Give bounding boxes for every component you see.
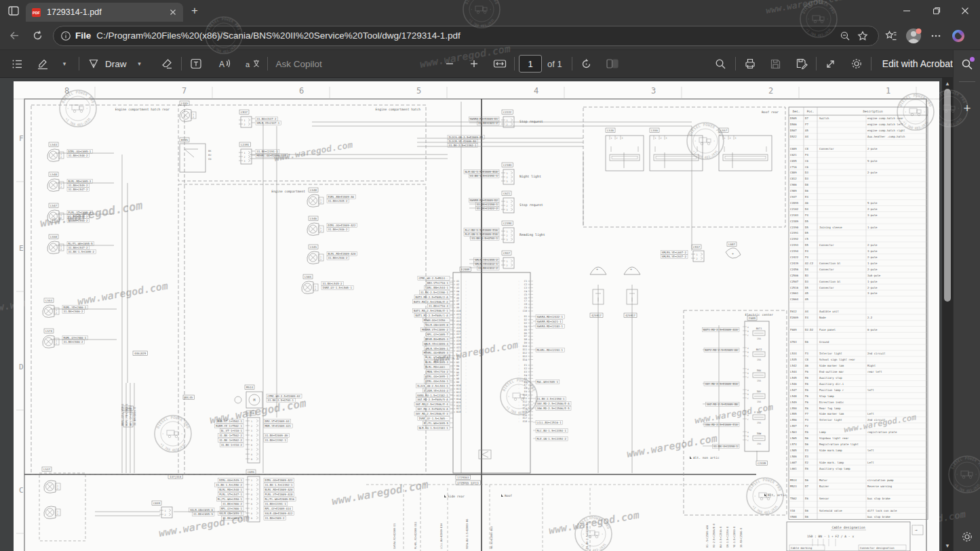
svg-text:School sign light rear: School sign light rear — [819, 358, 856, 361]
toc-icon[interactable] — [7, 54, 27, 74]
svg-text:RLRL.RD+L661--: RLRL.RD+L661-- — [425, 365, 448, 369]
svg-text:Side mark. lamp: Side mark. lamp — [819, 461, 844, 464]
svg-text:T502: T502 — [790, 497, 797, 500]
url-bar[interactable]: File C:/Program%20Files%20(x86)/Scania/B… — [53, 26, 879, 46]
svg-text:31.BK+C909-2: 31.BK+C909-2 — [265, 516, 285, 520]
sidebar-add-icon[interactable]: + — [959, 100, 975, 117]
search-icon[interactable] — [711, 54, 731, 74]
svg-text:E2009: E2009 — [790, 316, 799, 319]
svg-text:1: 1 — [251, 479, 252, 482]
tab-close-icon[interactable] — [168, 7, 178, 17]
workspaces-icon[interactable] — [5, 3, 22, 18]
collections-icon[interactable] — [881, 26, 901, 46]
svg-text:31.BK-1.5+C2392-1: 31.BK-1.5+C2392-1 — [265, 483, 294, 487]
settings-gear-icon[interactable] — [846, 54, 867, 74]
two-page-icon[interactable] — [602, 54, 623, 74]
refresh-icon[interactable] — [27, 26, 47, 46]
svg-text:L607: L607 — [728, 243, 735, 246]
svg-text:L536: L536 — [607, 129, 614, 132]
svg-text:Rear fog lamp: Rear fog lamp — [819, 407, 841, 410]
svg-text:+1 708 483-2835: +1 708 483-2835 — [902, 120, 929, 130]
erase-icon[interactable] — [157, 54, 177, 74]
svg-text:2nd circuit: 2nd circuit — [867, 352, 886, 355]
svg-text:C: C — [747, 376, 749, 379]
close-button[interactable] — [950, 0, 980, 22]
svg-text:31.BK-2.5+C2390-1: 31.BK-2.5+C2390-1 — [537, 397, 566, 401]
scrollbar-thumb[interactable] — [944, 89, 951, 302]
scroll-down-icon[interactable]: ▼ — [942, 541, 953, 550]
read-aloud-icon[interactable]: A — [214, 54, 235, 74]
translate-icon[interactable]: a — [243, 54, 263, 74]
svg-text:C2439: C2439 — [758, 462, 766, 465]
draw-dropdown-icon[interactable]: ▾ — [130, 54, 150, 74]
svg-text:Roof: Roof — [505, 494, 512, 497]
copilot-icon[interactable] — [948, 26, 968, 46]
svg-text:left: left — [867, 388, 874, 392]
minimize-button[interactable] — [892, 0, 922, 22]
zoom-in-icon[interactable] — [464, 54, 484, 74]
highlight-dropdown-icon[interactable]: ▾ — [54, 54, 75, 74]
svg-text:L607: L607 — [790, 461, 797, 464]
svg-text:B3: B3 — [456, 361, 459, 364]
ask-copilot-label[interactable]: Ask Copilot — [276, 59, 322, 69]
zoom-page-icon[interactable] — [836, 27, 854, 45]
save-as-icon[interactable] — [791, 54, 812, 74]
svg-text:NLR.OG-1.5+E2009-B18: NLR.OG-1.5+E2009-B18 — [465, 170, 498, 174]
svg-text:D14: D14 — [523, 359, 527, 361]
back-icon[interactable] — [4, 26, 24, 46]
draw-nib-icon[interactable] — [83, 54, 104, 74]
svg-text:D6: D6 — [805, 509, 808, 512]
favorite-star-icon[interactable] — [854, 27, 871, 45]
edit-with-acrobat-button[interactable]: Edit with Acrobat — [882, 58, 953, 69]
print-icon[interactable] — [740, 54, 760, 74]
svg-text:E12: E12 — [523, 401, 527, 403]
more-menu-icon[interactable] — [926, 26, 946, 46]
browser-tab[interactable]: PDF 1729314-1.pdf — [26, 3, 183, 22]
svg-text:7: 7 — [251, 508, 252, 510]
zoom-out-icon[interactable] — [439, 54, 460, 74]
page-number-input[interactable] — [519, 55, 542, 73]
svg-text:L557: L557 — [790, 424, 797, 428]
svg-text:E4: E4 — [805, 249, 808, 253]
svg-text:31.BK+C906-2: 31.BK+C906-2 — [64, 310, 83, 313]
svg-text:A19: A19 — [456, 340, 460, 342]
profile-avatar[interactable] — [903, 26, 924, 46]
svg-text:31.BK+C2390-1: 31.BK+C2390-1 — [477, 203, 498, 206]
sidebar-search-icon[interactable] — [958, 56, 976, 73]
svg-text:31.BK+L545-2: 31.BK+L545-2 — [328, 199, 348, 203]
url-text[interactable]: C:/Program%20Files%20(x86)/Scania/BNS%20… — [96, 30, 836, 41]
svg-text:2: 2 — [320, 258, 321, 261]
rotate-icon[interactable] — [576, 54, 597, 74]
vertical-scrollbar[interactable]: ▲ ▼ — [942, 78, 953, 551]
svg-text:+1 708 483-2835: +1 708 483-2835 — [751, 504, 779, 514]
svg-text:A16: A16 — [456, 330, 460, 333]
svg-text:RORA.BU-1.5+E2009-B6: RORA.BU-1.5+E2009-B6 — [466, 519, 469, 549]
svg-text:A8: A8 — [456, 303, 459, 306]
svg-text:Auxiliary stop: Auxiliary stop — [819, 376, 842, 380]
maximize-button[interactable] — [922, 0, 952, 22]
svg-text:Switch: Switch — [819, 117, 829, 120]
info-icon[interactable] — [60, 30, 71, 41]
sidebar-settings-icon[interactable] — [959, 529, 975, 545]
svg-text:E6: E6 — [805, 467, 808, 470]
add-text-icon[interactable] — [186, 54, 206, 74]
new-tab-icon[interactable]: + — [187, 4, 202, 18]
svg-text:F7: F7 — [805, 123, 808, 126]
fit-width-icon[interactable] — [490, 54, 510, 74]
svg-text:3: 3 — [507, 180, 508, 183]
svg-text:-: - — [518, 387, 520, 390]
svg-text:30Y: 30Y — [757, 390, 762, 393]
svg-text:GN: GN — [208, 158, 211, 161]
svg-text:★: ★ — [162, 432, 164, 435]
fullscreen-icon[interactable] — [821, 54, 841, 74]
svg-text:2: 2 — [60, 156, 62, 159]
svg-text:+1 708 483-2835: +1 708 483-2835 — [692, 149, 719, 159]
svg-text:A: A — [747, 368, 749, 371]
svg-text:DIRL.OG+E2009-A22: DIRL.OG+E2009-A22 — [328, 224, 357, 227]
svg-text:SSLR.GN+C695-8: SSLR.GN+C695-8 — [190, 508, 213, 512]
scroll-up-icon[interactable]: ▲ — [942, 79, 953, 88]
save-icon[interactable] — [766, 54, 786, 74]
draw-label[interactable]: Draw — [105, 59, 127, 69]
svg-text:L550: L550 — [790, 407, 797, 410]
highlight-icon[interactable] — [33, 54, 53, 74]
